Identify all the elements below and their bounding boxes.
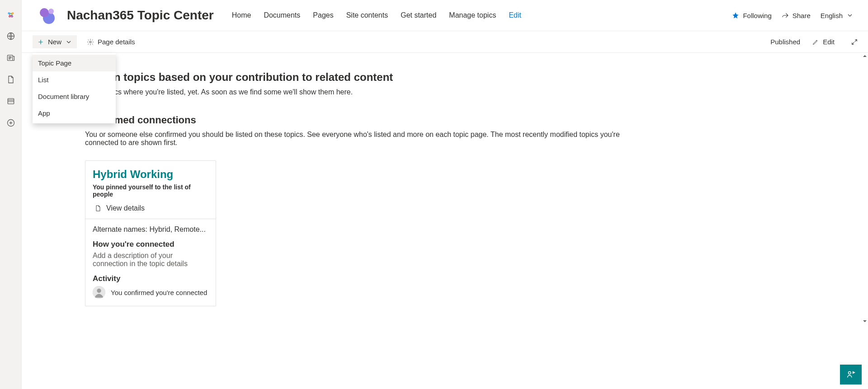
nav-site-contents[interactable]: Site contents [346, 11, 388, 19]
rail-list-icon[interactable] [4, 94, 18, 108]
rail-file-icon[interactable] [4, 72, 18, 87]
nav-home[interactable]: Home [232, 11, 251, 19]
feedback-icon [846, 370, 856, 380]
nav-documents[interactable]: Documents [264, 11, 300, 19]
pencil-icon [812, 38, 819, 46]
rail-globe-icon[interactable] [4, 29, 18, 43]
star-icon [732, 12, 739, 19]
activity-row: You confirmed you're connected [93, 286, 208, 299]
topic-card: Hybrid Working You pinned yourself to th… [85, 160, 216, 306]
following-label: Following [743, 12, 771, 19]
topic-card-subtitle: You pinned yourself to the list of peopl… [93, 183, 208, 198]
dropdown-app[interactable]: App [33, 105, 116, 122]
new-button[interactable]: New [33, 35, 77, 48]
language-label: English [821, 12, 843, 19]
nav-edit[interactable]: Edit [509, 11, 521, 19]
page-details-label: Page details [98, 38, 135, 46]
svg-rect-7 [8, 98, 14, 104]
nav-get-started[interactable]: Get started [401, 11, 436, 19]
scroll-up-icon[interactable] [863, 54, 867, 58]
edit-label: Edit [823, 38, 835, 46]
connected-heading: How you're connected [93, 240, 208, 249]
view-details-label: View details [106, 204, 145, 212]
avatar [93, 286, 105, 299]
new-dropdown: Topic Page List Document library App [33, 53, 116, 123]
page-details-button[interactable]: Page details [82, 35, 140, 48]
scrollbar[interactable] [862, 53, 868, 324]
share-icon [782, 12, 789, 19]
view-details-link[interactable]: View details [93, 202, 208, 219]
svg-point-11 [48, 9, 54, 14]
expand-icon [851, 38, 858, 46]
rail-news-icon[interactable] [4, 51, 18, 65]
rail-add-icon[interactable] [4, 116, 18, 130]
command-bar: New Page details Published Edit Topic Pa… [22, 31, 868, 53]
edit-button[interactable]: Edit [807, 35, 839, 48]
plus-icon [37, 38, 44, 46]
dropdown-topic-page[interactable]: Topic Page [33, 55, 116, 71]
top-nav: Home Documents Pages Site contents Get s… [232, 11, 521, 19]
svg-point-12 [90, 41, 91, 43]
connected-body: Add a description of your connection in … [93, 252, 208, 268]
following-button[interactable]: Following [732, 12, 771, 19]
gear-icon [87, 38, 94, 46]
svg-point-1 [8, 13, 9, 14]
expand-button[interactable] [846, 36, 863, 48]
site-logo [36, 5, 58, 26]
svg-point-3 [9, 16, 10, 17]
confirmed-body: You or someone else confirmed you should… [85, 131, 641, 147]
svg-point-4 [11, 16, 12, 17]
feedback-button[interactable] [840, 365, 862, 384]
svg-point-10 [40, 8, 49, 17]
published-status: Published [770, 38, 800, 46]
alternate-names: Alternate names: Hybrid, Remote... [93, 225, 208, 234]
activity-heading: Activity [93, 274, 208, 283]
confirmed-heading: Confirmed connections [85, 114, 847, 126]
chevron-down-icon [65, 38, 72, 46]
listed-body: t any topics where you're listed, yet. A… [85, 88, 847, 96]
activity-text: You confirmed you're connected [111, 289, 207, 296]
new-label: New [48, 38, 61, 46]
nav-manage-topics[interactable]: Manage topics [449, 11, 496, 19]
dropdown-document-library[interactable]: Document library [33, 88, 116, 105]
chevron-down-icon [846, 12, 854, 19]
svg-point-2 [12, 13, 13, 14]
page-content: you on topics based on your contribution… [22, 53, 862, 324]
listed-heading: you on topics based on your contribution… [85, 71, 847, 84]
site-header: Nachan365 Topic Center Home Documents Pa… [22, 0, 868, 31]
topic-card-title[interactable]: Hybrid Working [93, 168, 208, 181]
rail-home-icon[interactable] [4, 7, 18, 22]
scroll-down-icon[interactable] [863, 319, 867, 323]
share-label: Share [793, 12, 811, 19]
svg-point-15 [849, 372, 851, 375]
dropdown-list[interactable]: List [33, 71, 116, 88]
svg-point-0 [9, 14, 12, 16]
page-icon [94, 205, 102, 212]
language-switcher[interactable]: English [821, 12, 854, 19]
app-rail [0, 0, 22, 389]
share-button[interactable]: Share [782, 12, 811, 19]
card-separator [85, 219, 216, 219]
svg-point-14 [97, 289, 101, 293]
site-title[interactable]: Nachan365 Topic Center [67, 8, 214, 23]
nav-pages[interactable]: Pages [313, 11, 333, 19]
